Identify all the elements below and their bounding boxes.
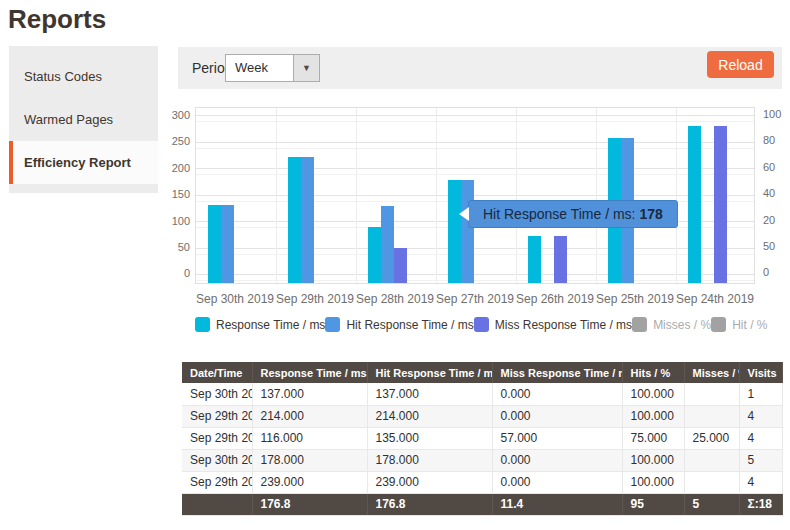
- table-header-cell: Hits / %: [622, 362, 684, 383]
- bar-hit-response-time-ms[interactable]: [381, 206, 394, 283]
- period-select-value: Week: [226, 55, 293, 81]
- table-row: Sep 29th 2019214.000214.0000.000100.0004: [182, 405, 782, 427]
- table-cell: 116.000: [252, 427, 367, 449]
- legend-swatch-icon: [632, 317, 647, 332]
- right-axis-tick: 50: [763, 240, 775, 252]
- bar-hit-response-time-ms[interactable]: [301, 157, 314, 283]
- table-cell: 135.000: [367, 427, 492, 449]
- sidebar-item-status-codes[interactable]: Status Codes: [9, 55, 158, 98]
- legend-item-miss-response-time-ms[interactable]: Miss Response Time / ms: [474, 317, 632, 332]
- chart-legend: Response Time / msHit Response Time / ms…: [195, 317, 755, 332]
- legend-item-hit[interactable]: Hit / %: [711, 317, 767, 332]
- legend-item-response-time-ms[interactable]: Response Time / ms: [195, 317, 325, 332]
- gridline-minor: [196, 121, 754, 122]
- sidebar-item-efficiency-report[interactable]: Efficiency Report: [9, 141, 158, 184]
- legend-label: Hit Response Time / ms: [346, 318, 473, 332]
- left-axis-tick: 300: [160, 109, 190, 121]
- bar-response-time-ms[interactable]: [688, 126, 701, 283]
- bar-response-time-ms[interactable]: [448, 180, 461, 283]
- reload-button[interactable]: Reload: [707, 51, 774, 78]
- bar-hit-response-time-ms[interactable]: [461, 180, 474, 283]
- table-row: Sep 30th 2019178.000178.0000.000100.0005: [182, 449, 782, 471]
- legend-swatch-icon: [325, 317, 340, 332]
- chevron-down-icon: ▼: [293, 55, 319, 81]
- bar-miss-response-time-ms[interactable]: [714, 126, 727, 283]
- right-axis-tick: 60: [763, 161, 775, 173]
- table-header-cell: Date/Time: [182, 362, 252, 383]
- chart-plot-area: [195, 107, 755, 284]
- gridline-minor: [196, 174, 754, 175]
- toolbar: Period: Week ▼ Reload: [178, 47, 782, 89]
- table-cell: 57.000: [492, 427, 622, 449]
- table-header-cell: Miss Response Time / ms: [492, 362, 622, 383]
- tooltip-label: Hit Response Time / ms:: [483, 206, 639, 222]
- table-cell: Sep 29th 2019: [182, 427, 252, 449]
- gridline-minor: [196, 280, 754, 281]
- table-row: Sep 29th 2019239.000239.0000.000100.0004: [182, 471, 782, 493]
- period-select[interactable]: Week ▼: [225, 54, 320, 82]
- bar-response-time-ms[interactable]: [528, 236, 541, 283]
- gridline-minor: [196, 148, 754, 149]
- legend-swatch-icon: [474, 317, 489, 332]
- table-total-cell: 176.8: [252, 493, 367, 515]
- left-axis-tick: 50: [160, 241, 190, 253]
- bar-hit-response-time-ms[interactable]: [221, 205, 234, 283]
- x-axis-label: Sep 25th 2019: [595, 292, 675, 306]
- gridline-vertical: [276, 108, 277, 283]
- table-cell: 239.000: [367, 471, 492, 493]
- right-axis-tick: 40: [763, 187, 775, 199]
- bar-miss-response-time-ms[interactable]: [394, 248, 407, 283]
- sidebar-item-warmed-pages[interactable]: Warmed Pages: [9, 98, 158, 141]
- legend-swatch-icon: [195, 317, 210, 332]
- table-header-cell: Hit Response Time / ms: [367, 362, 492, 383]
- table-totals-row: 176.8176.811.4955Σ:18: [182, 493, 782, 515]
- x-axis-label: Sep 30th 2019: [195, 292, 275, 306]
- table-cell: 4: [739, 405, 782, 427]
- table-header-cell: Visits: [739, 362, 782, 383]
- chart-x-axis: Sep 30th 2019Sep 29th 2019Sep 28th 2019S…: [195, 292, 755, 306]
- gridline-vertical: [516, 108, 517, 283]
- gridline-major: [196, 195, 754, 196]
- bar-response-time-ms[interactable]: [368, 227, 381, 283]
- table-cell: [684, 383, 739, 405]
- table-cell: 214.000: [252, 405, 367, 427]
- left-axis-tick: 200: [160, 162, 190, 174]
- table-cell: Sep 29th 2019: [182, 471, 252, 493]
- table-cell: 100.000: [622, 383, 684, 405]
- table-cell: 1: [739, 383, 782, 405]
- sidebar: Status CodesWarmed PagesEfficiency Repor…: [9, 46, 158, 193]
- gridline-vertical: [596, 108, 597, 283]
- efficiency-report-table: Date/TimeResponse Time / msHit Response …: [182, 362, 783, 516]
- gridline-minor: [196, 254, 754, 255]
- chart-tooltip: Hit Response Time / ms: 178: [468, 200, 678, 228]
- table-header-cell: Response Time / ms: [252, 362, 367, 383]
- table-cell: 137.000: [367, 383, 492, 405]
- table-cell: 4: [739, 427, 782, 449]
- legend-label: Hit / %: [732, 318, 767, 332]
- page-title: Reports: [8, 4, 106, 35]
- table-total-cell: 176.8: [367, 493, 492, 515]
- table-cell: 178.000: [252, 449, 367, 471]
- table-cell: [684, 471, 739, 493]
- legend-item-hit-response-time-ms[interactable]: Hit Response Time / ms: [325, 317, 473, 332]
- bar-miss-response-time-ms[interactable]: [554, 236, 567, 283]
- bar-response-time-ms[interactable]: [288, 157, 301, 283]
- legend-item-misses[interactable]: Misses / %: [632, 317, 711, 332]
- gridline-major: [196, 168, 754, 169]
- table-cell: 100.000: [622, 405, 684, 427]
- gridline-major: [196, 274, 754, 275]
- table-cell: 75.000: [622, 427, 684, 449]
- table-cell: [684, 449, 739, 471]
- tooltip-value: 178: [639, 206, 662, 222]
- table-header: Date/TimeResponse Time / msHit Response …: [182, 362, 782, 383]
- table-total-cell: 5: [684, 493, 739, 515]
- table-cell: 178.000: [367, 449, 492, 471]
- table-cell: Sep 30th 2019: [182, 449, 252, 471]
- table-total-cell: [182, 493, 252, 515]
- gridline-vertical: [356, 108, 357, 283]
- gridline-vertical: [676, 108, 677, 283]
- bar-response-time-ms[interactable]: [208, 205, 221, 283]
- table-cell: 214.000: [367, 405, 492, 427]
- right-axis-tick: 100: [763, 108, 781, 120]
- x-axis-label: Sep 27th 2019: [435, 292, 515, 306]
